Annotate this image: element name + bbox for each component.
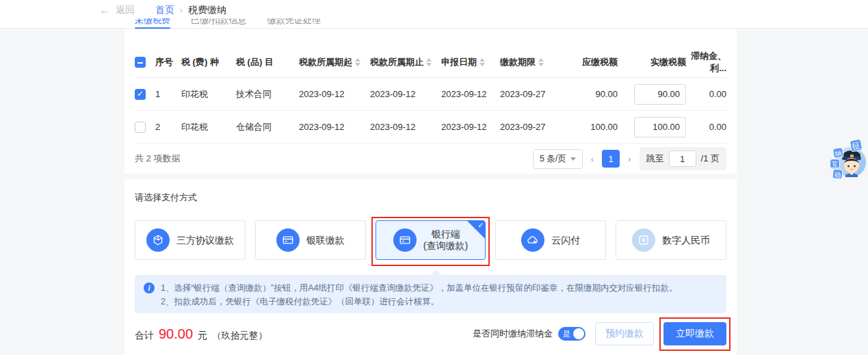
table-header-row: 序号 税 (费) 种 税 (品) 目 税款所属期起 税款所属期止 申报日期 缴款… [135,47,726,78]
payment-summary-bar: 合计 90.00 元 （玖拾元整） 是否同时缴纳滞纳金 是 预约缴款 立即缴款 [135,322,726,345]
breadcrumb-separator: › [180,5,183,15]
back-button[interactable]: 返回 [116,4,135,16]
method-label: 银联缴款 [306,235,345,246]
check-icon: ✓ [477,221,484,230]
cell-tax-type: 印花税 [181,88,236,101]
method-label-line1: 银行端 [431,228,460,239]
col-header-tax-item: 税 (品) 目 [236,56,299,68]
cell-payable: 100.00 [564,122,618,132]
col-header-period-start[interactable]: 税款所属期起 [299,56,370,68]
col-header-seq: 序号 [155,56,181,68]
total-count-text: 共 2 项数据 [135,153,180,165]
cell-deadline: 2023-09-27 [500,89,564,99]
breadcrumb-current: 税费缴纳 [188,4,226,16]
method-cloud-quickpass[interactable]: 云闪付 [495,220,606,260]
next-page-button[interactable]: › [627,154,632,164]
col-header-late-fee: 滞纳金、利... [686,50,726,75]
notice-line-2: 2、扣款成功后，凭银行《电子缴税付款凭证》（回单联）进行会计核算。 [161,295,717,308]
toggle-knob[interactable] [573,328,584,339]
cell-deadline: 2023-09-27 [500,122,564,132]
row-checkbox[interactable] [135,89,146,100]
page-total-label: /1 页 [701,153,720,165]
pagination: 5 条/页 ‹ 1 › 跳至 /1 页 [533,147,726,170]
col-header-tax-type: 税 (费) 种 [181,56,236,68]
digital-yuan-icon [632,228,655,252]
cell-period-start: 2023-09-12 [299,122,370,132]
col-header-payable: 应缴税额 [564,56,618,68]
cube-icon [146,228,170,252]
cell-tax-type: 印花税 [181,121,236,133]
payment-section-label: 请选择支付方式 [135,179,726,204]
assistant-char: 纳 [832,147,844,159]
cell-declare-date: 2023-09-12 [441,122,500,132]
cell-seq: 1 [155,89,181,99]
col-header-declare-date[interactable]: 申报日期 [441,56,500,68]
top-bar: ← 返回 首页 › 税费缴纳 [0,0,868,29]
col-header-declare-date-label: 申报日期 [441,56,477,68]
total-label: 合计 [135,330,154,342]
page-jump-input[interactable] [669,150,696,167]
method-tripartite-agreement[interactable]: 三方协议缴款 [135,220,246,260]
pay-now-button[interactable]: 立即缴款 [663,322,726,345]
back-arrow-icon[interactable]: ← [99,4,110,16]
late-fee-toggle-label: 是否同时缴纳滞纳金 [473,328,553,340]
sort-icon[interactable] [538,58,544,66]
table-row: 2 印花税 仓储合同 2023-09-12 2023-09-12 2023-09… [135,111,726,144]
sort-icon[interactable] [355,58,360,66]
bankcard-icon [393,228,417,252]
col-header-paid: 实缴税额 [618,56,686,68]
sort-icon[interactable] [479,58,485,66]
assistant-char: 动 [832,168,843,179]
cell-payable: 90.00 [564,89,618,99]
method-bank-side-query[interactable]: 银行端 (查询缴款) ✓ [376,220,486,260]
tab-payment-voucher[interactable]: 缴款凭证处理 [267,18,321,27]
chevron-down-icon [570,157,576,161]
info-icon: i [144,282,155,293]
sort-icon[interactable] [426,58,432,66]
col-header-deadline[interactable]: 缴款期限 [500,56,564,68]
cell-period-start: 2023-09-12 [299,89,370,99]
col-header-deadline-label: 缴款期限 [500,56,536,68]
late-fee-toggle[interactable]: 是 [558,327,586,341]
method-label: 云闪付 [551,235,580,246]
cell-tax-item: 仓储合同 [236,121,299,133]
tax-assistant-widget[interactable]: 征 纳 互 动 [829,141,868,181]
cell-seq: 2 [155,122,181,132]
col-header-period-start-label: 税款所属期起 [299,56,352,68]
payment-methods: 三方协议缴款 银联缴款 银行端 [135,220,726,260]
method-unionpay[interactable]: 银联缴款 [255,220,366,260]
payment-card: 请选择支付方式 三方协议缴款 银联缴款 [124,179,737,355]
page-size-value: 5 条/页 [540,153,566,165]
paid-amount-input[interactable] [634,84,686,105]
assistant-char: 征 [850,139,863,153]
assistant-char: 互 [830,159,840,169]
current-page-button[interactable]: 1 [602,150,620,168]
cell-tax-item: 技术合同 [236,88,299,101]
col-header-period-end[interactable]: 税款所属期止 [370,56,441,68]
cell-period-end: 2023-09-12 [370,122,441,132]
paid-amount-input[interactable] [634,117,686,137]
toggle-on-text: 是 [563,329,570,339]
table-row: 1 印花税 技术合同 2023-09-12 2023-09-12 2023-09… [135,78,726,111]
cloud-icon [521,228,544,252]
amount-unit: 元 [198,330,207,342]
prev-page-button[interactable]: ‹ [590,154,595,164]
notice-notch [430,269,442,276]
cell-declare-date: 2023-09-12 [441,89,500,99]
table-footer: 共 2 项数据 5 条/页 ‹ 1 › 跳至 /1 页 [135,144,726,174]
breadcrumb-home-link[interactable]: 首页 [155,4,174,16]
select-all-checkbox[interactable] [135,57,146,68]
tax-table-card: 序号 税 (费) 种 税 (品) 目 税款所属期起 税款所属期止 申报日期 缴款… [124,29,737,174]
cell-late-fee: 0.00 [686,122,726,132]
tab-paid-deduction-info[interactable]: 已缴/扣款信息 [191,18,247,27]
method-digital-rmb[interactable]: 数字人民币 [616,220,726,260]
tab-bar: 未缴税费 已缴/扣款信息 缴款凭证处理 [135,18,422,28]
notice-line-1: 1、选择“银行端（查询缴款）”按钮，用A4纸打印《银行端查询缴款凭证》，加盖单位… [161,281,717,295]
breadcrumb: ← 返回 首页 › 税费缴纳 [99,0,226,21]
tab-unpaid-taxes[interactable]: 未缴税费 [135,18,170,27]
method-label-line2: (查询缴款) [423,240,468,251]
bankcard-icon [276,228,300,252]
row-checkbox[interactable] [135,122,146,133]
reserve-payment-button[interactable]: 预约缴款 [595,322,654,345]
page-size-select[interactable]: 5 条/页 [533,149,583,169]
